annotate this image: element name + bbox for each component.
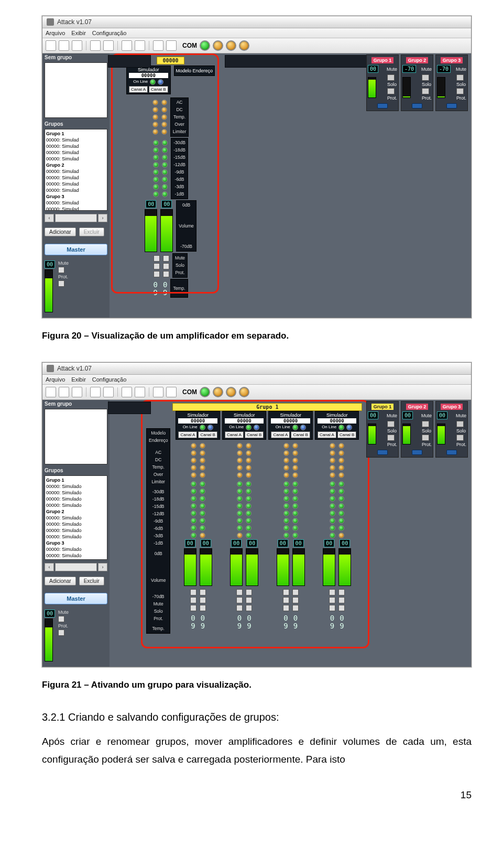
scroll-left-icon[interactable]: ‹ — [45, 214, 54, 222]
scroll-right-icon[interactable]: › — [98, 563, 107, 571]
group-panel-3[interactable]: Grupo 3 -70Mute SoloProt. — [435, 55, 468, 111]
sidebar-sem-grupo-label: Sem grupo — [42, 400, 110, 407]
screenshot-figura-21: Attack v1.07 Arquivo Exibir Configuração… — [42, 362, 472, 667]
main-area: ModeloEndereço ACDCTemp.OverLimiter -30d… — [110, 400, 471, 667]
excluir-button[interactable]: Excluir — [79, 577, 104, 585]
master-button[interactable]: Master — [45, 593, 107, 604]
group-panel-3[interactable]: Grupo 3 00Mute SoloProt. — [435, 401, 468, 458]
led-columns — [152, 100, 167, 135]
toolbar-button[interactable] — [46, 387, 56, 397]
toolbar-button[interactable] — [122, 40, 132, 51]
excluir-button[interactable]: Excluir — [79, 227, 104, 236]
window-title: Attack v1.07 — [57, 365, 92, 372]
volume-label-column: 0dB Volume -70dB — [176, 200, 196, 252]
toolbar-button[interactable] — [72, 387, 82, 397]
mute-toggle[interactable] — [58, 267, 64, 273]
menubar: Arquivo Exibir Configuração — [42, 28, 471, 38]
group-panel-2[interactable]: Grupo 2 -70Mute SoloProt. — [401, 55, 433, 111]
row-labels: ModeloEndereço ACDCTemp.OverLimiter -30d… — [146, 428, 170, 634]
master-value: 00 — [45, 261, 55, 268]
sidebar-grupos-list[interactable]: Grupo 1 00000: Simulad 00000: Simulad 00… — [45, 129, 107, 211]
group-panel-1[interactable]: Grupo 1 00Mute SoloProt. — [366, 55, 399, 111]
menu-exibir[interactable]: Exibir — [71, 30, 86, 36]
toolbar-button[interactable] — [90, 40, 101, 51]
group-panel-1[interactable]: Grupo 1 00Mute SoloProt. — [366, 401, 399, 458]
sidebar-sem-grupo-list[interactable] — [45, 409, 107, 464]
scroll-track[interactable] — [55, 214, 97, 222]
scroll-left-icon[interactable]: ‹ — [45, 563, 54, 571]
sidebar: Sem grupo Grupos Grupo 1 00000: Simulado… — [42, 400, 110, 667]
sidebar-scrollbar[interactable]: ‹› — [45, 563, 107, 571]
toolbar: COM — [42, 38, 471, 53]
toolbar-button[interactable] — [59, 40, 69, 51]
group-title: Grupo 3 — [441, 57, 463, 63]
model-label: Modelo — [176, 68, 192, 73]
sidebar-scrollbar[interactable]: ‹ › — [45, 214, 107, 222]
model-box: Modelo Endereço — [174, 66, 215, 76]
toolbar-button[interactable] — [166, 40, 177, 51]
bottom-label-column: MuteSoloProt. — [172, 253, 188, 278]
master-mini-panel: 00 Mute Prot. — [45, 261, 107, 312]
toolbar-button[interactable] — [46, 40, 56, 51]
sim-strip: Simulador00000 On Line Canal ACanal B 00… — [315, 411, 359, 630]
window-titlebar: Attack v1.07 — [42, 363, 471, 375]
com-led-orange — [213, 387, 223, 397]
simulator-box: Simulador 00000 On Line Canal A Canal B — [126, 66, 171, 94]
toolbar-button[interactable] — [135, 40, 145, 51]
prot-toggle[interactable] — [58, 280, 64, 287]
menubar: Arquivo Exibir Configuração — [42, 375, 471, 385]
bottom-toggle-columns — [154, 255, 169, 277]
section-title: 3.2.1 Criando e salvando configurações d… — [42, 711, 472, 723]
channel-b-button[interactable]: Canal B — [149, 86, 168, 93]
group-panel-2[interactable]: Grupo 2 00Mute SoloProt. — [401, 401, 433, 458]
endereco-label: Endereço — [193, 68, 213, 73]
prot-label: Prot. — [58, 274, 69, 279]
toolbar-button[interactable] — [90, 387, 101, 397]
toolbar-button[interactable] — [122, 387, 132, 397]
vol-display-a: 00 — [146, 200, 156, 208]
sidebar-sem-grupo-label: Sem grupo — [42, 53, 110, 60]
sidebar-grupos-list[interactable]: Grupo 1 00000: Simulado00000: Simulado00… — [45, 475, 107, 560]
toolbar-button[interactable] — [103, 40, 114, 51]
group1-title-tag: Grupo 1 — [172, 403, 362, 411]
group-title: Grupo 2 — [406, 57, 429, 63]
toolbar-button[interactable] — [103, 387, 114, 397]
toolbar-button[interactable] — [72, 40, 82, 51]
com-led-orange — [213, 40, 223, 51]
db-label-column: -30dB-18dB -15dB-12dB -9dB-6dB -3dB-1dB — [171, 138, 188, 199]
com-led-green — [200, 40, 210, 51]
menu-arquivo[interactable]: Arquivo — [46, 30, 65, 36]
main-area: 00000 Simulador 00000 On Line Canal A Ca… — [110, 53, 471, 318]
master-button[interactable]: Master — [45, 244, 107, 255]
toolbar: COM — [42, 385, 471, 400]
adicionar-button[interactable]: Adicionar — [45, 227, 76, 236]
online-label: On Line — [133, 79, 148, 85]
adicionar-button[interactable]: Adicionar — [45, 577, 76, 585]
menu-arquivo[interactable]: Arquivo — [46, 376, 65, 383]
mute-label: Mute — [58, 261, 69, 266]
channel-a-button[interactable]: Canal A — [129, 86, 148, 93]
toolbar-button[interactable] — [59, 387, 69, 397]
sim-strip: Simulador00000 On Line Canal ACanal B 00… — [222, 411, 267, 630]
dark-strip — [108, 55, 151, 68]
sidebar: Sem grupo Grupos Grupo 1 00000: Simulad … — [42, 53, 110, 318]
separator — [149, 41, 149, 50]
menu-exibir[interactable]: Exibir — [71, 376, 86, 383]
toolbar-button[interactable] — [135, 387, 145, 397]
toolbar-button[interactable] — [153, 387, 163, 397]
status-led — [158, 79, 163, 85]
com-led-green — [200, 387, 210, 397]
amplifier-panel: 00000 Simulador 00000 On Line Canal A Ca… — [126, 57, 215, 298]
sidebar-sem-grupo-list[interactable] — [45, 62, 107, 118]
toolbar-button[interactable] — [166, 387, 177, 397]
com-label: COM — [182, 42, 197, 49]
toolbar-button[interactable] — [153, 40, 163, 51]
menu-configuracao[interactable]: Configuração — [92, 376, 126, 383]
simulator-label: Simulador — [138, 67, 159, 72]
scroll-right-icon[interactable]: › — [98, 214, 107, 222]
menu-configuracao[interactable]: Configuração — [92, 30, 126, 36]
separator — [86, 41, 86, 50]
group1-detail: ModeloEndereço ACDCTemp.OverLimiter -30d… — [146, 403, 362, 634]
app-icon — [47, 365, 54, 372]
temp-label: Temp. — [170, 279, 188, 298]
